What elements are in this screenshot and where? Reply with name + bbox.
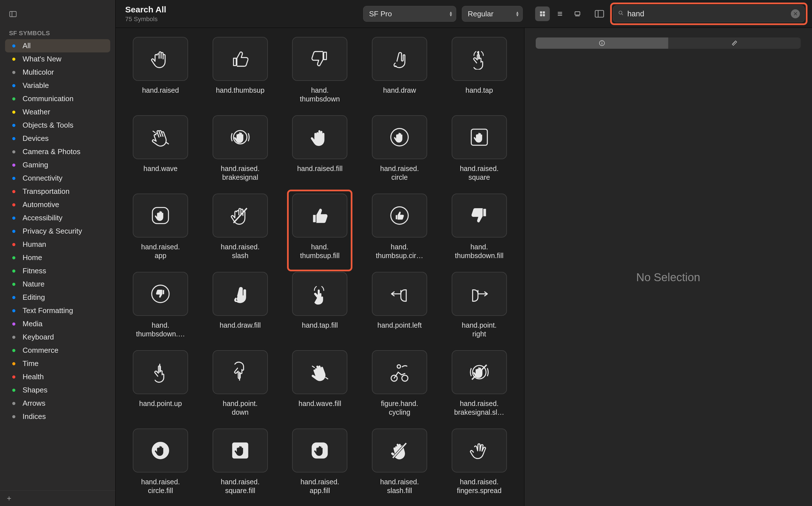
symbol-raised_slash[interactable]: hand.raised.slash (207, 193, 274, 261)
symbol-raised_app[interactable]: hand.raised.app (127, 193, 194, 261)
sidebar-item-time[interactable]: Time (5, 357, 110, 370)
sidebar-item-multicolor[interactable]: Multicolor (5, 66, 110, 79)
symbol-raised[interactable]: hand.raised (127, 37, 194, 104)
sidebar-item-weather[interactable]: Weather (5, 105, 110, 118)
symbol-tile (133, 193, 188, 238)
sidebar-item-health[interactable]: Health (5, 370, 110, 384)
sidebar-item-what-s-new[interactable]: What's New (5, 53, 110, 66)
symbol-thumbsdown_fill[interactable]: hand.thumbsdown.fill (445, 193, 513, 261)
inspector-tab-ruler[interactable] (668, 37, 801, 49)
sidebar-item-home[interactable]: Home (5, 251, 110, 264)
sidebar-item-text-formatting[interactable]: Text Formatting (5, 304, 110, 317)
sidebar-item-label: Weather (22, 108, 50, 116)
chevron-updown-icon: ▴▾ (516, 11, 518, 17)
sidebar-item-keyboard[interactable]: Keyboard (5, 331, 110, 344)
sidebar-item-editing[interactable]: Editing (5, 291, 110, 304)
symbol-draw[interactable]: hand.draw (366, 37, 433, 104)
symbol-wave_fill[interactable]: hand.wave.fill (286, 350, 354, 417)
sidebar-item-communication[interactable]: Communication (5, 92, 110, 105)
symbol-point_left[interactable]: hand.point.left (366, 272, 433, 339)
symbol-raised_slash_fill[interactable]: hand.raised.slash.fill (366, 428, 433, 496)
sidebar-item-privacy-security[interactable]: Privacy & Security (5, 225, 110, 238)
symbol-raised_circle_fill[interactable]: hand.raised.circle.fill (127, 428, 194, 496)
symbol-label: hand.thumbsdown.… (136, 321, 185, 339)
inspector-tab-info[interactable] (536, 37, 668, 49)
sidebar-item-objects-tools[interactable]: Objects & Tools (5, 118, 110, 132)
sidebar-item-fitness[interactable]: Fitness (5, 264, 110, 277)
category-icon (10, 294, 18, 301)
symbol-tile (372, 428, 427, 473)
symbol-draw_fill[interactable]: hand.draw.fill (207, 272, 274, 339)
symbol-fingers_spread[interactable]: hand.raised.fingers.spread (445, 428, 513, 496)
sidebar-item-automotive[interactable]: Automotive (5, 198, 110, 211)
symbol-point_right[interactable]: hand.point.right (445, 272, 513, 339)
category-icon (10, 400, 18, 407)
category-icon (10, 201, 18, 208)
symbol-glyph-icon (389, 205, 410, 226)
toggle-sidebar-icon[interactable] (8, 10, 18, 18)
symbol-point_up[interactable]: hand.point.up (127, 350, 194, 417)
weight-select[interactable]: Regular ▴▾ (462, 6, 523, 22)
category-icon (10, 188, 18, 195)
symbol-thumbsup_circle[interactable]: hand.thumbsup.cir… (366, 193, 433, 261)
symbol-tile (452, 272, 507, 316)
symbol-thumbsup[interactable]: hand.thumbsup (207, 37, 274, 104)
symbol-raised_square[interactable]: hand.raised.square (445, 115, 513, 182)
symbol-label: hand.wave (144, 164, 177, 182)
symbol-thumbsdown[interactable]: hand.thumbsdown (286, 37, 354, 104)
symbol-point_down[interactable]: hand.point.down (207, 350, 274, 417)
sidebar-item-gaming[interactable]: Gaming (5, 158, 110, 172)
sidebar-item-devices[interactable]: Devices (5, 132, 110, 145)
sidebar-item-human[interactable]: Human (5, 238, 110, 251)
symbol-raised_app_fill[interactable]: hand.raised.app.fill (286, 428, 354, 496)
sidebar-item-connectivity[interactable]: Connectivity (5, 172, 110, 185)
symbol-raised_square_fill[interactable]: hand.raised.square.fill (207, 428, 274, 496)
sidebar-item-label: Time (22, 359, 39, 368)
symbol-tap[interactable]: hand.tap (445, 37, 513, 104)
symbol-label: hand.point.up (139, 399, 182, 417)
category-icon (10, 135, 18, 142)
sidebar-list: AllWhat's NewMulticolorVariableCommunica… (0, 39, 115, 490)
view-gallery-button[interactable] (570, 6, 585, 21)
sidebar-item-label: Keyboard (22, 333, 54, 341)
symbol-glyph-icon (389, 361, 410, 383)
toggle-inspector-icon[interactable] (593, 9, 606, 19)
symbols-grid-pane[interactable]: hand.raisedhand.thumbsuphand.thumbsdownh… (116, 28, 524, 506)
search-field[interactable]: ✕ (613, 5, 805, 22)
symbol-wave[interactable]: hand.wave (127, 115, 194, 182)
font-select[interactable]: SF Pro ▴▾ (363, 6, 456, 22)
sidebar-item-camera-photos[interactable]: Camera & Photos (5, 145, 110, 158)
sidebar-item-accessibility[interactable]: Accessibility (5, 211, 110, 225)
symbol-thumbsup_fill[interactable]: hand.thumbsup.fill (286, 193, 354, 261)
symbol-tile (452, 350, 507, 394)
sidebar-item-indices[interactable]: Indices (5, 410, 110, 423)
view-list-button[interactable] (552, 6, 567, 21)
sidebar-item-transportation[interactable]: Transportation (5, 185, 110, 198)
search-input[interactable] (627, 10, 791, 18)
symbol-tap_fill[interactable]: hand.tap.fill (286, 272, 354, 339)
symbol-label: hand.thumbsdown.fill (455, 243, 504, 261)
symbol-thumbsdown_circle[interactable]: hand.thumbsdown.… (127, 272, 194, 339)
symbol-raised_fill[interactable]: hand.raised.fill (286, 115, 354, 182)
sidebar-item-commerce[interactable]: Commerce (5, 344, 110, 357)
category-icon (10, 347, 18, 354)
clear-search-button[interactable]: ✕ (791, 9, 800, 18)
sidebar-item-shapes[interactable]: Shapes (5, 384, 110, 397)
symbol-cycling[interactable]: figure.hand.cycling (366, 350, 433, 417)
symbol-brakesignal_slash[interactable]: hand.raised.brakesignal.sl… (445, 350, 513, 417)
sidebar-item-all[interactable]: All (5, 39, 110, 53)
symbol-label: hand.raised (142, 86, 179, 104)
symbol-raised_circle[interactable]: hand.raised.circle (366, 115, 433, 182)
sidebar-item-media[interactable]: Media (5, 317, 110, 331)
symbol-brakesignal[interactable]: hand.raised.brakesignal (207, 115, 274, 182)
sidebar-item-arrows[interactable]: Arrows (5, 397, 110, 410)
view-grid-button[interactable] (535, 6, 550, 21)
add-collection-button[interactable]: + (7, 494, 11, 503)
sidebar-item-variable[interactable]: Variable (5, 79, 110, 92)
category-icon (10, 241, 18, 248)
symbol-tile (292, 193, 347, 238)
sidebar-item-nature[interactable]: Nature (5, 277, 110, 291)
symbol-glyph-icon (309, 361, 330, 383)
symbol-glyph-icon (150, 126, 171, 148)
symbol-glyph-icon (150, 205, 171, 226)
